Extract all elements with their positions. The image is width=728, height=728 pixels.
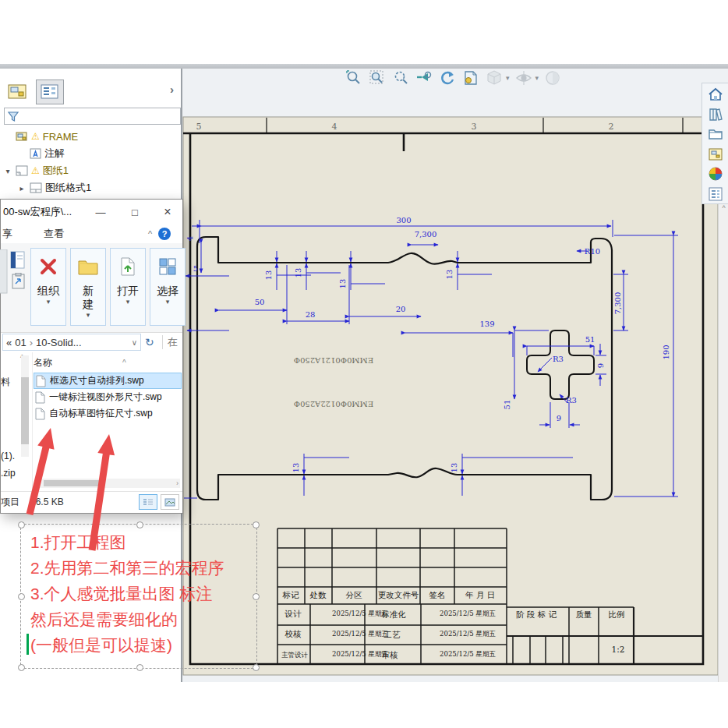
warning-icon: ⚠ — [31, 165, 40, 176]
explorer-title-bar[interactable]: 00-sw宏程序\... — □ × — [1, 200, 182, 224]
file-list-hscrollbar[interactable]: ‹ › — [35, 479, 180, 488]
dimension-label: 9 — [596, 363, 605, 368]
file-item[interactable]: 框选尺寸自动排列.swp — [34, 373, 182, 389]
zoom-in-out-icon[interactable] — [391, 69, 410, 87]
details-view-button[interactable] — [139, 494, 157, 510]
tree-item-label: 注解 — [44, 147, 65, 161]
dropdown-caret-icon: ▾ — [166, 298, 170, 306]
tree-item[interactable]: 注解 — [3, 145, 178, 162]
title-block-cell: 2025/12/5 星期五 — [440, 630, 496, 638]
nav-item-fragment[interactable]: (1). — [1, 451, 15, 461]
file-name: 一键标注视图外形尺寸.swp — [49, 391, 162, 404]
resize-handle[interactable] — [136, 664, 143, 671]
file-item[interactable]: 自动标草图特征尺寸.swp — [34, 405, 182, 422]
file-explorer-button[interactable] — [705, 125, 726, 144]
ribbon-button-newfolder[interactable]: 新建▾ — [70, 248, 106, 326]
title-block-cell: 标准化 — [380, 610, 406, 619]
resize-handle[interactable] — [253, 664, 260, 671]
explorer-ribbon: 组织▾新建▾打开▾选择▾ — [1, 243, 182, 333]
scroll-up-icon[interactable]: ^ — [722, 204, 725, 212]
zoom-to-area-icon[interactable] — [368, 69, 387, 87]
thumbnail-view-button[interactable] — [161, 494, 179, 510]
dimension-label: 4 — [186, 236, 194, 241]
maximize-button[interactable]: □ — [123, 203, 147, 221]
close-button[interactable]: × — [156, 203, 179, 221]
ribbon-button-label: 选择 — [157, 284, 178, 298]
tree-expander-icon[interactable]: ▾ — [3, 167, 12, 175]
back-chevrons-icon[interactable]: « — [6, 337, 12, 348]
minimize-button[interactable]: — — [89, 203, 112, 221]
annotation-text-box[interactable]: 1.打开工程图2.先用第二和第三的宏程序3.个人感觉批量出图 标注然后还是需要细… — [20, 524, 257, 669]
hide-show-items-icon[interactable] — [514, 69, 533, 87]
dimension-label: 13 — [445, 270, 454, 280]
3d-drawing-view-icon[interactable] — [461, 69, 480, 87]
sort-caret-icon: ^ — [122, 359, 126, 367]
explorer-nav-pane[interactable]: ^ 料 (1). .zip — [1, 352, 33, 489]
appearances-button[interactable] — [705, 164, 726, 184]
nav-item-fragment[interactable]: 料 — [1, 376, 10, 389]
ribbon-button-label: 组织 — [37, 284, 59, 298]
tab-featuremanager[interactable] — [5, 80, 31, 104]
custom-properties-button[interactable] — [705, 185, 726, 204]
nav-scrollbar[interactable] — [21, 355, 29, 457]
resize-handle[interactable] — [18, 521, 25, 528]
hscroll-thumb[interactable] — [44, 480, 101, 486]
design-library-button[interactable] — [705, 105, 726, 125]
dimension-label: 50 — [255, 298, 265, 306]
display-style-icon[interactable] — [485, 69, 504, 87]
ribbon-button-open[interactable]: 打开▾ — [110, 248, 146, 326]
dimension-label: 20 — [396, 305, 406, 313]
breadcrumb[interactable]: « 01 › 10-Solid... ∨ — [2, 334, 141, 351]
file-item[interactable]: 一键标注视图外形尺寸.swp — [34, 389, 182, 405]
display-style-caret-icon[interactable]: ▾ — [506, 74, 510, 82]
menu-view[interactable]: 查看 — [44, 227, 64, 241]
refresh-icon[interactable]: ↻ — [145, 336, 154, 348]
file-icon — [35, 408, 45, 420]
resize-handle[interactable] — [136, 521, 143, 528]
heads-up-toolbar: ▾ ▾ — [345, 67, 562, 89]
menu-share[interactable]: 享 — [2, 227, 12, 241]
ribbon-collapse-icon[interactable]: ^ — [148, 229, 152, 239]
home-button[interactable] — [705, 85, 726, 104]
title-block-cell: 分区 — [346, 590, 363, 599]
view-palette-button[interactable] — [705, 145, 726, 164]
rotate-view-icon[interactable] — [438, 69, 457, 87]
search-input[interactable]: 在 — [162, 335, 178, 349]
ribbon-button-select[interactable]: 选择▾ — [150, 248, 186, 326]
help-icon[interactable]: ? — [158, 228, 171, 240]
dimension-label: 139 — [479, 320, 494, 328]
screenshot-root: 5432 — [0, 0, 728, 728]
nav-item-fragment[interactable]: .zip — [1, 468, 16, 479]
viewport-vscrollbar[interactable]: ^ — [718, 204, 728, 682]
tree-item[interactable]: ▾⚠图纸1 — [3, 162, 178, 179]
previous-view-icon[interactable] — [415, 69, 433, 87]
address-dropdown-icon[interactable]: ∨ — [132, 338, 137, 347]
title-block-cell: 标记 — [282, 590, 300, 599]
ribbon-button-organize[interactable]: 组织▾ — [30, 248, 66, 326]
file-list-header[interactable]: 名称 ^ — [34, 352, 182, 373]
tree-item[interactable]: ⚠FRAME — [3, 128, 178, 145]
breadcrumb-item-01[interactable]: 01 — [15, 337, 26, 348]
title-block-cell: 处数 — [309, 590, 327, 599]
zone-number: 2 — [609, 122, 614, 132]
hide-show-caret-icon[interactable]: ▾ — [535, 74, 539, 82]
tree-expander-icon[interactable]: ▸ — [17, 184, 27, 193]
resize-handle[interactable] — [253, 521, 260, 528]
view-settings-icon[interactable] — [543, 69, 562, 87]
column-header-name[interactable]: 名称 — [34, 356, 52, 369]
tab-display-manager[interactable] — [36, 80, 64, 104]
breadcrumb-item-folder[interactable]: 10-Solid... — [36, 337, 82, 348]
zoom-to-fit-icon[interactable] — [345, 69, 363, 87]
scroll-right-icon[interactable]: › — [176, 479, 178, 487]
resize-handle[interactable] — [18, 593, 25, 600]
dimension-label: 190 — [662, 345, 670, 359]
filter-input[interactable] — [4, 108, 181, 125]
dropdown-caret-icon: ▾ — [47, 298, 51, 306]
tree-item[interactable]: ▸图纸格式1 — [3, 179, 178, 196]
dimension-label: 13 — [264, 270, 273, 281]
resize-handle[interactable] — [253, 593, 260, 600]
title-block-cell: 质量 — [576, 610, 592, 619]
resize-handle[interactable] — [18, 664, 25, 671]
panel-expand-chevron-icon[interactable]: › — [170, 83, 174, 96]
scroll-left-icon[interactable]: ‹ — [37, 479, 39, 487]
